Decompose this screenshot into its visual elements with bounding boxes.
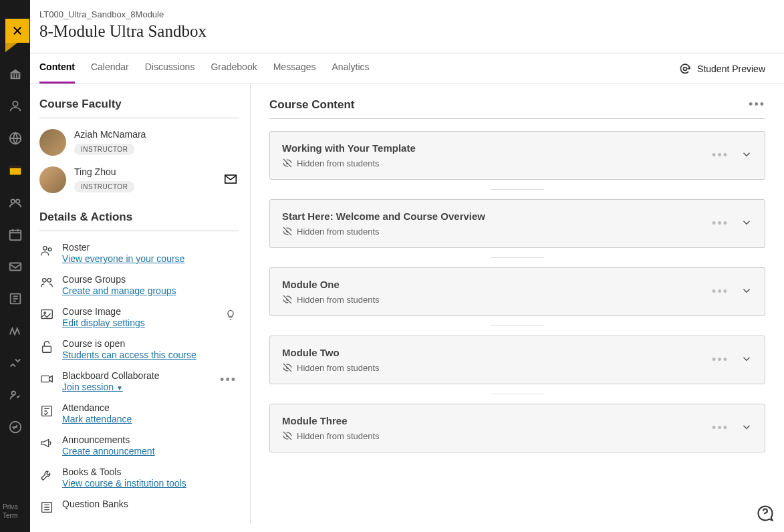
- module-title: Module Three: [282, 415, 712, 426]
- nav-profile-icon[interactable]: [8, 99, 23, 114]
- hidden-label: Hidden from students: [297, 431, 380, 441]
- tab-calendar[interactable]: Calendar: [91, 53, 129, 84]
- faculty-role: INSTRUCTOR: [74, 144, 134, 155]
- content-more-icon[interactable]: •••: [749, 98, 765, 112]
- nav-signout-icon[interactable]: [8, 420, 23, 434]
- hidden-label: Hidden from students: [297, 363, 380, 373]
- chevron-down-icon[interactable]: [741, 148, 753, 163]
- open-link[interactable]: Students can access this course: [62, 350, 197, 360]
- module-more-icon[interactable]: •••: [712, 421, 729, 435]
- action-label: Roster: [62, 242, 239, 253]
- attendance-link[interactable]: Mark attendance: [62, 414, 132, 424]
- image-link[interactable]: Edit display settings: [62, 317, 145, 328]
- attendance-icon: [39, 404, 54, 418]
- action-label: Books & Tools: [62, 467, 239, 477]
- roster-icon: [39, 243, 54, 258]
- nav-assist-icon[interactable]: [8, 356, 23, 370]
- tab-gradebook[interactable]: Gradebook: [211, 53, 257, 84]
- groups-link[interactable]: Create and manage groups: [62, 285, 176, 296]
- svg-point-11: [684, 67, 687, 70]
- action-label: Course Groups: [62, 274, 239, 285]
- action-label: Course Image: [62, 306, 239, 317]
- action-announcements: Announcements Create announcement: [39, 434, 239, 457]
- course-content-panel: Course Content ••• Working with Your Tem…: [251, 84, 784, 524]
- mail-icon[interactable]: [225, 174, 237, 186]
- collab-link[interactable]: Join session ▼: [62, 382, 123, 392]
- nav-messages-icon[interactable]: [8, 259, 23, 274]
- svg-point-5: [15, 199, 19, 203]
- books-link[interactable]: View course & institution tools: [62, 478, 186, 489]
- banks-icon: [39, 500, 54, 515]
- module-item[interactable]: Module Two Hidden from students •••: [269, 336, 765, 384]
- roster-link[interactable]: View everyone in your course: [62, 253, 184, 264]
- tab-analytics[interactable]: Analytics: [332, 53, 370, 84]
- module-item[interactable]: Working with Your Template Hidden from s…: [269, 131, 765, 180]
- svg-point-14: [48, 248, 51, 251]
- module-item[interactable]: Module Three Hidden from students •••: [269, 404, 765, 452]
- lightbulb-icon[interactable]: [225, 309, 237, 323]
- module-visibility[interactable]: Hidden from students: [282, 430, 712, 441]
- nav-courses-icon[interactable]: [8, 163, 23, 178]
- action-label: Blackboard Collaborate: [62, 370, 239, 381]
- action-course-open: Course is open Students can access this …: [39, 338, 239, 361]
- module-title: Start Here: Welcome and Course Overview: [282, 211, 712, 222]
- module-visibility[interactable]: Hidden from students: [282, 294, 712, 305]
- close-button[interactable]: [5, 19, 29, 43]
- module-visibility[interactable]: Hidden from students: [282, 158, 712, 168]
- hidden-icon: [282, 430, 293, 441]
- hidden-label: Hidden from students: [297, 295, 380, 305]
- module-visibility[interactable]: Hidden from students: [282, 226, 712, 237]
- chevron-down-icon[interactable]: [741, 421, 753, 436]
- action-attendance: Attendance Mark attendance: [39, 402, 239, 425]
- image-icon: [39, 307, 54, 322]
- more-icon[interactable]: •••: [220, 373, 237, 387]
- tab-content[interactable]: Content: [39, 53, 75, 84]
- action-course-image: Course Image Edit display settings: [39, 306, 239, 329]
- global-nav: Priva Term: [0, 0, 30, 532]
- avatar[interactable]: [39, 129, 66, 156]
- footer-links: Priva Term: [3, 503, 18, 520]
- faculty-name: Aziah McNamara: [74, 129, 239, 140]
- avatar[interactable]: [39, 166, 66, 193]
- course-title: 8-Module Ultra Sandbox: [39, 22, 765, 41]
- action-label: Course is open: [62, 338, 239, 349]
- action-groups: Course Groups Create and manage groups: [39, 274, 239, 297]
- module-more-icon[interactable]: •••: [712, 148, 729, 162]
- announce-link[interactable]: Create announcement: [62, 446, 155, 456]
- lock-open-icon: [39, 340, 54, 354]
- chevron-down-icon[interactable]: [741, 285, 753, 299]
- action-label: Attendance: [62, 402, 239, 413]
- student-preview-button[interactable]: Student Preview: [678, 62, 765, 76]
- student-preview-label: Student Preview: [697, 63, 765, 74]
- svg-point-9: [11, 392, 15, 396]
- nav-admin-icon[interactable]: [8, 388, 23, 402]
- faculty-item: Ting Zhou INSTRUCTOR: [39, 166, 239, 193]
- nav-organizations-icon[interactable]: [8, 195, 23, 210]
- module-more-icon[interactable]: •••: [712, 353, 729, 367]
- nav-tools-icon[interactable]: [8, 323, 23, 338]
- module-item[interactable]: Module One Hidden from students •••: [269, 267, 765, 316]
- svg-rect-20: [41, 376, 49, 382]
- action-question-banks: Question Banks: [39, 499, 239, 515]
- tab-discussions[interactable]: Discussions: [145, 53, 195, 84]
- content-heading: Course Content: [269, 98, 355, 112]
- chevron-down-icon[interactable]: [741, 353, 753, 368]
- nav-institution-icon[interactable]: [8, 67, 23, 82]
- module-visibility[interactable]: Hidden from students: [282, 362, 712, 373]
- footer-privacy[interactable]: Priva: [3, 503, 18, 511]
- help-button[interactable]: [756, 504, 775, 523]
- nav-activity-icon[interactable]: [8, 131, 23, 146]
- wrench-icon: [39, 468, 54, 483]
- module-item[interactable]: Start Here: Welcome and Course Overview …: [269, 199, 765, 248]
- tab-messages[interactable]: Messages: [273, 53, 316, 84]
- faculty-heading: Course Faculty: [39, 98, 239, 118]
- nav-grades-icon[interactable]: [8, 291, 23, 306]
- hidden-icon: [282, 362, 293, 373]
- nav-calendar-icon[interactable]: [8, 227, 23, 242]
- svg-point-18: [44, 312, 46, 314]
- module-more-icon[interactable]: •••: [712, 217, 729, 231]
- module-title: Working with Your Template: [282, 142, 712, 154]
- module-more-icon[interactable]: •••: [712, 285, 729, 299]
- chevron-down-icon[interactable]: [741, 217, 753, 231]
- footer-terms[interactable]: Term: [3, 511, 18, 520]
